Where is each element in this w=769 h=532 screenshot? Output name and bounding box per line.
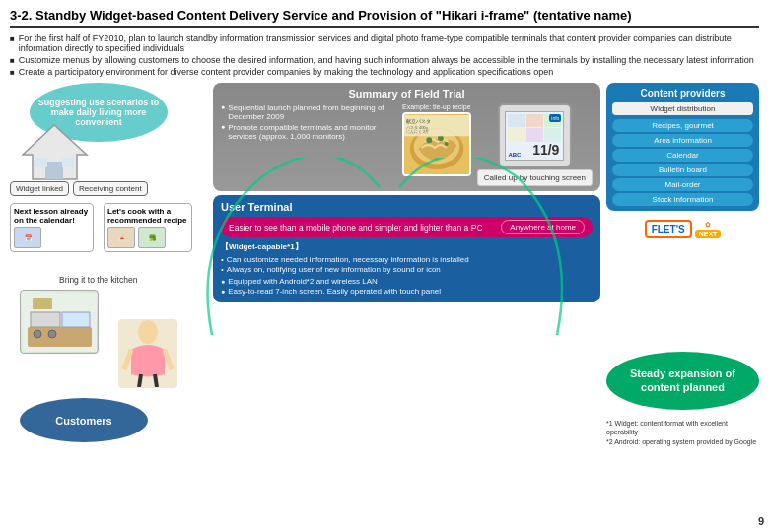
receiving-content-box: Receiving content <box>73 181 148 196</box>
main-content: Suggesting use scenarios to make daily l… <box>10 83 759 447</box>
left-column: Suggesting use scenarios to make daily l… <box>10 83 207 447</box>
summary-title: Summary of Field Trial <box>221 88 593 100</box>
calendar-icon: 📅 <box>14 227 41 248</box>
svg-rect-7 <box>62 312 90 327</box>
content-providers-box: Content providers Widget distribution Re… <box>606 83 759 211</box>
kitchen-image <box>20 290 99 354</box>
svg-line-12 <box>124 350 131 369</box>
cp-item-4: Mail-order <box>612 178 753 191</box>
tablet-date: 11/9 <box>532 142 559 158</box>
footnotes: *1 Widget: content format with excellent… <box>606 419 759 447</box>
steady-expansion-oval: Steady expansion of content planned <box>606 352 759 410</box>
svg-point-8 <box>34 330 41 338</box>
terminal-bullets: Can customize needed information, necess… <box>221 255 593 274</box>
terminal-widget-label: 【Widget-capable*1】 <box>221 241 593 252</box>
terminal-bullet-1: Can customize needed information, necess… <box>221 255 593 264</box>
summary-text: Sequential launch planned from beginning… <box>221 103 396 186</box>
cp-item-0: Recipes, gourmet <box>612 119 753 132</box>
svg-point-9 <box>48 330 56 338</box>
recipe-example-label: Example: tie-up recipe <box>402 103 471 110</box>
widget-capable-text: 【Widget-capable*1】 <box>221 242 303 251</box>
anywhere-bubble: Anywhere at home <box>501 220 585 234</box>
flets-next: NEXT <box>695 230 722 238</box>
widget-linked-box: Widget linked <box>10 181 69 196</box>
svg-point-21 <box>445 142 449 146</box>
content-provider-items: Recipes, gourmet Area information Calend… <box>612 119 753 206</box>
summary-content: Sequential launch planned from beginning… <box>221 103 593 186</box>
terminal-highlight: Easier to see than a mobile phone and si… <box>221 217 593 237</box>
tablet-container: info <box>477 103 593 186</box>
food-image: 献立パスタ パスタ 400g にんにく 2片 <box>402 112 471 176</box>
grocery-thumb: 🥦 <box>138 227 166 248</box>
bullet-1: For the first half of FY2010, plan to la… <box>10 33 759 53</box>
terminal-equip: Equipped with Android*2 and wireless LAN… <box>221 277 593 296</box>
cp-item-1: Area information <box>612 134 753 147</box>
bullet-3: Create a participatory environment for d… <box>10 67 759 77</box>
svg-rect-10 <box>33 298 52 309</box>
lesson-box: Next lesson already on the calendar! 📅 <box>10 203 94 252</box>
widget-boxes: Widget linked Receiving content <box>10 181 148 196</box>
recipe-thumb: 🍝 <box>107 227 135 248</box>
terminal-title: User Terminal <box>221 201 593 213</box>
summary-box: Summary of Field Trial Sequential launch… <box>213 83 600 191</box>
terminal-equip-2: Easy-to-read 7-inch screen. Easily opera… <box>221 287 593 296</box>
flets-badge: FLET'S ✿ NEXT <box>606 220 759 238</box>
svg-text:にんにく 2片: にんにく 2片 <box>406 129 429 134</box>
user-terminal-box: User Terminal Easier to see than a mobil… <box>213 195 600 302</box>
cp-item-5: Stock information <box>612 193 753 206</box>
tablet-image: info <box>498 103 572 167</box>
touch-label: Called up by touching screen <box>477 169 593 186</box>
footnote-1: *1 Widget: content format with excellent… <box>606 419 759 438</box>
tablet-screen: info <box>505 111 564 161</box>
cp-item-3: Bulletin board <box>612 164 753 176</box>
svg-rect-1 <box>45 162 63 179</box>
recipe-box: Let's cook with a recommended recipe 🍝 🥦 <box>104 203 192 252</box>
terminal-highlight-text: Easier to see than a mobile phone and si… <box>229 223 483 233</box>
content-providers-title: Content providers <box>612 88 753 99</box>
svg-line-13 <box>165 350 172 369</box>
flets-text: FLET'S <box>652 224 685 234</box>
lesson-label: Next lesson already on the calendar! <box>14 207 90 225</box>
svg-rect-2 <box>35 158 47 167</box>
svg-rect-6 <box>31 312 60 327</box>
terminal-equip-1: Equipped with Android*2 and wireless LAN <box>221 277 593 286</box>
svg-rect-3 <box>62 158 74 167</box>
page: 3-2. Standby Widget-based Content Delive… <box>0 0 769 532</box>
footnote-2: *2 Android: operating system provided by… <box>606 437 759 447</box>
bullet-2: Customize menus by allowing customers to… <box>10 55 759 65</box>
cp-item-2: Calendar <box>612 149 753 162</box>
summary-point-1: Sequential launch planned from beginning… <box>221 103 396 121</box>
house-icon <box>18 120 92 186</box>
svg-point-11 <box>138 320 158 344</box>
page-number: 9 <box>758 515 764 527</box>
bring-text: Bring it to the kitchen <box>59 275 137 285</box>
person-figure <box>118 319 177 388</box>
svg-point-19 <box>426 137 432 143</box>
svg-text:献立パスタ: 献立パスタ <box>406 117 431 123</box>
right-column: Content providers Widget distribution Re… <box>606 83 759 447</box>
bullet-list: For the first half of FY2010, plan to la… <box>10 33 759 77</box>
recipe-label: Let's cook with a recommended recipe <box>107 207 188 225</box>
svg-line-14 <box>139 374 141 387</box>
svg-line-15 <box>155 374 157 387</box>
widget-distribution: Widget distribution <box>612 102 753 115</box>
customers-oval: Customers <box>20 398 148 442</box>
middle-column: Summary of Field Trial Sequential launch… <box>213 83 600 447</box>
terminal-bullet-2: Always on, notifying user of new informa… <box>221 265 593 274</box>
summary-point-2: Promote compatible terminals and monitor… <box>221 123 396 141</box>
page-title: 3-2. Standby Widget-based Content Delive… <box>10 8 759 28</box>
